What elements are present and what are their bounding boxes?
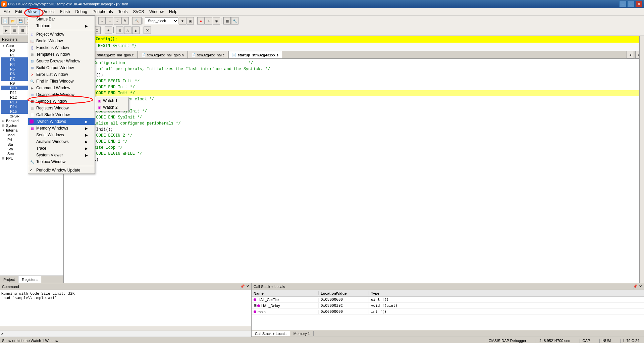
- tb-indent[interactable]: →: [98, 17, 106, 24]
- command-close[interactable]: ✕: [246, 284, 249, 289]
- tabs-scroll-left[interactable]: ◄: [627, 51, 634, 58]
- tb-view2[interactable]: 🔧: [231, 17, 238, 24]
- menu-svcs[interactable]: SVCS: [130, 8, 147, 15]
- tb-save[interactable]: 💾: [17, 17, 24, 24]
- tb-debug1[interactable]: ●: [197, 17, 205, 24]
- dd-system-viewer[interactable]: System Viewer ▶: [28, 152, 95, 158]
- dd-functions-window[interactable]: {} Functions Window: [28, 44, 95, 51]
- menu-help[interactable]: Help: [166, 8, 180, 15]
- tb-outdent[interactable]: ←: [106, 17, 113, 24]
- cs-tab-call-stack[interactable]: Call Stack + Locals: [252, 331, 290, 336]
- dd-toolbars[interactable]: Toolbars ▶: [28, 22, 95, 29]
- command-panel: Command 📌 ✕ Running with Code Size Limit…: [0, 283, 252, 337]
- tb-open[interactable]: 📂: [9, 17, 16, 24]
- tab-hal-c[interactable]: 📄stm32g4xx_hal.c: [188, 51, 228, 58]
- tab-startup[interactable]: 📄startup_stm32g431xx.s: [228, 51, 282, 58]
- code-area[interactable]: /* MCU Configuration--------------------…: [64, 59, 644, 283]
- tb2-3[interactable]: ☰: [19, 27, 26, 34]
- menu-peripherals[interactable]: Peripherals: [90, 8, 116, 15]
- dd-serial-windows[interactable]: Serial Windows ▶: [28, 132, 95, 138]
- maximize-btn[interactable]: □: [627, 1, 635, 7]
- tb-view1[interactable]: ▦: [223, 17, 231, 24]
- tb2-13[interactable]: ⊞: [116, 27, 123, 34]
- menu-tools[interactable]: Tools: [116, 8, 130, 15]
- command-body[interactable]: Running with Code Size Limit: 32K Load "…: [0, 290, 251, 326]
- tb-new[interactable]: 📄: [1, 17, 9, 24]
- dot-purple-1: [257, 304, 260, 307]
- menu-window[interactable]: Window: [147, 8, 166, 15]
- cs-close[interactable]: ✕: [639, 284, 642, 289]
- menu-view[interactable]: View: [25, 8, 40, 15]
- dd-call-stack[interactable]: ☰ Call Stack Window: [28, 111, 95, 118]
- menu-project[interactable]: Project: [40, 8, 57, 15]
- tb2-14[interactable]: ◬: [124, 27, 131, 34]
- tab-project[interactable]: Project: [0, 276, 18, 283]
- status-text: Show or hide the Watch 1 Window: [2, 339, 486, 343]
- dd-periodic-update[interactable]: ✓ Periodic Window Update: [28, 167, 95, 174]
- menu-edit[interactable]: Edit: [12, 8, 25, 15]
- command-scrollbar[interactable]: [0, 326, 251, 331]
- dd-source-browser[interactable]: ⊡ Source Browser Window: [28, 58, 95, 64]
- dd-error-list[interactable]: ✕ Error List Window: [28, 71, 95, 78]
- tb2-2[interactable]: ▦: [11, 27, 18, 34]
- symbols-icon: ☰: [30, 99, 35, 104]
- tb2-15[interactable]: ◭: [132, 27, 140, 34]
- watch-2-item[interactable]: ▣ Watch 2: [95, 104, 128, 111]
- dd-symbols[interactable]: ☰ Symbols Window: [28, 98, 95, 105]
- toolbar-combo-target[interactable]: Stop_clock: [145, 17, 178, 24]
- tab-hal-gpio-h[interactable]: 📄stm32g4xx_hal_gpio.h: [138, 51, 187, 58]
- cs-tab-memory[interactable]: Memory 1: [290, 331, 314, 336]
- analysis-windows-icon: [30, 139, 35, 144]
- tab-hal-gpio-c[interactable]: 📄stm32g4xx_hal_gpio.c: [88, 51, 137, 58]
- cs-expand-1[interactable]: ⊞: [254, 303, 257, 308]
- tab-registers[interactable]: Registers: [18, 276, 41, 283]
- tb-combo-drop[interactable]: ▼: [179, 17, 186, 24]
- dd-memory-windows[interactable]: ▦ Memory Windows ▶: [28, 125, 95, 132]
- minimize-btn[interactable]: ─: [619, 1, 627, 7]
- editor-scrollbar[interactable]: [639, 36, 644, 283]
- cs-header: Call Stack + Locals 📌 ✕: [252, 283, 644, 290]
- menu-debug[interactable]: Debug: [73, 8, 90, 15]
- title-bar: µ D:\STM32\elqb\myproject\IIC\sample\MDK…: [0, 0, 644, 8]
- tb-uncomment[interactable]: !/: [121, 17, 129, 24]
- dd-toolbox-window[interactable]: 🔧 Toolbox Window: [28, 158, 95, 165]
- tb2-16[interactable]: ⚒: [144, 27, 151, 34]
- system-viewer-arrow: ▶: [85, 153, 88, 157]
- dd-build-output[interactable]: ⊞ Build Output Window: [28, 64, 95, 71]
- command-input-area[interactable]: >: [0, 331, 251, 337]
- tb-debug2[interactable]: ○: [205, 17, 212, 24]
- dd-watch-windows[interactable]: Watch Windows ▶: [28, 118, 95, 125]
- dd-trace[interactable]: Trace ▶: [28, 145, 95, 152]
- dd-templates-window[interactable]: ⊞ Templates Window: [28, 51, 95, 58]
- close-btn[interactable]: ✕: [635, 1, 643, 7]
- toolbar-area: 📄 📂 💾 📋 ✂ 📄 📌 ↩ ↪ 🔍 ↔ → ← // !/ 🔨 Stop_c…: [0, 15, 644, 36]
- dd-disassembly[interactable]: ⊞ Disassembly Window: [28, 91, 95, 98]
- dd-status-bar[interactable]: Status Bar: [28, 16, 95, 22]
- dd-registers-window[interactable]: ☰ Registers Window: [28, 105, 95, 111]
- call-stack-icon: ☰: [30, 112, 35, 117]
- analysis-windows-arrow: ▶: [85, 140, 88, 144]
- dd-books-window[interactable]: 📖 Books Window: [28, 38, 95, 44]
- code-line-23: 93 {: [65, 163, 643, 169]
- tb2-12[interactable]: ✦: [105, 27, 112, 34]
- dd-find-in-files[interactable]: 🔍 Find In Files Window: [28, 78, 95, 85]
- tb-build[interactable]: 🔨: [132, 17, 142, 24]
- dd-project-window[interactable]: □ Project Window: [28, 31, 95, 38]
- tb-combo-opts[interactable]: ▣: [186, 17, 194, 24]
- cs-row-0: HAL_GetTick 0x08000600 uint f(): [252, 297, 644, 303]
- menu-file[interactable]: File: [1, 8, 12, 15]
- dd-command-window[interactable]: ▶ Command Window: [28, 85, 95, 91]
- command-pin[interactable]: 📌: [240, 284, 245, 289]
- cs-pin[interactable]: 📌: [633, 284, 638, 289]
- toolbars-arrow: ▶: [85, 24, 88, 28]
- watch-1-item[interactable]: ▣ Watch 1: [95, 97, 128, 104]
- tb-comment[interactable]: //: [114, 17, 121, 24]
- sep6: [143, 18, 144, 24]
- menu-flash[interactable]: Flash: [57, 8, 72, 15]
- cs-loc-0: 0x08000600: [319, 297, 369, 302]
- status-bar: Show or hide the Watch 1 Window CMSIS-DA…: [0, 337, 644, 343]
- dd-analysis-windows[interactable]: Analysis Windows ▶: [28, 138, 95, 145]
- tb2-1[interactable]: ▶: [3, 27, 10, 34]
- tb-debug3[interactable]: ◉: [213, 17, 220, 24]
- status-cap: CAP: [580, 339, 593, 343]
